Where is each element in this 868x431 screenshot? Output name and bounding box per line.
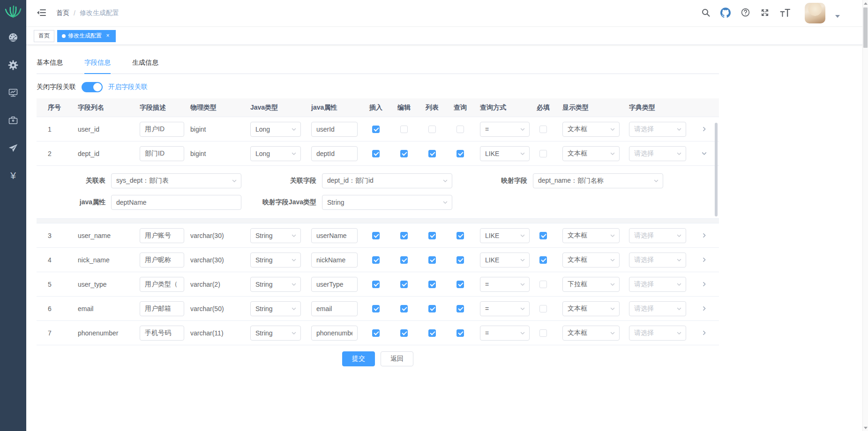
help-button[interactable] xyxy=(738,5,753,21)
sidebar-item-pay[interactable]: ¥ xyxy=(0,162,26,189)
sidebar-item-dashboard[interactable] xyxy=(0,23,26,51)
sidebar-item-monitor[interactable] xyxy=(0,79,26,106)
row-expand-chevron-icon[interactable] xyxy=(701,232,707,238)
html-type-select[interactable]: 文本框 xyxy=(562,146,620,161)
dict-type-select[interactable]: 请选择 xyxy=(629,277,686,292)
query-checkbox[interactable] xyxy=(456,329,464,337)
edit-checkbox[interactable] xyxy=(400,256,408,264)
insert-checkbox[interactable] xyxy=(372,126,380,133)
insert-checkbox[interactable] xyxy=(372,232,380,239)
row-expand-chevron-icon[interactable] xyxy=(701,126,707,132)
list-checkbox[interactable] xyxy=(428,232,436,239)
tag-active-page[interactable]: 修改生成配置 × xyxy=(57,30,116,42)
insert-checkbox[interactable] xyxy=(372,305,380,312)
mapping-java-type-select[interactable]: String xyxy=(322,195,452,210)
scrollbar-down-arrow-icon[interactable] xyxy=(863,424,868,431)
tab-generate-info[interactable]: 生成信息 xyxy=(132,53,158,74)
tab-basic-info[interactable]: 基本信息 xyxy=(37,53,63,74)
column-desc-input[interactable] xyxy=(140,253,184,268)
required-checkbox[interactable] xyxy=(539,305,547,312)
row-expand-chevron-icon[interactable] xyxy=(701,150,707,156)
html-type-select[interactable]: 文本框 xyxy=(562,253,620,268)
tag-close-icon[interactable]: × xyxy=(105,33,111,39)
query-type-select[interactable]: = xyxy=(480,277,530,292)
row-expand-chevron-icon[interactable] xyxy=(701,257,707,263)
page-scrollbar[interactable] xyxy=(862,0,868,431)
edit-checkbox[interactable] xyxy=(400,126,408,133)
caret-down-icon[interactable] xyxy=(835,15,840,18)
sidebar-item-guide[interactable] xyxy=(0,134,26,162)
query-checkbox[interactable] xyxy=(456,126,464,133)
html-type-select[interactable]: 文本框 xyxy=(562,122,620,137)
row-expand-chevron-icon[interactable] xyxy=(701,330,707,336)
java-field-input[interactable] xyxy=(311,301,358,316)
edit-checkbox[interactable] xyxy=(400,329,408,337)
column-desc-input[interactable] xyxy=(140,146,184,161)
html-type-select[interactable]: 文本框 xyxy=(562,228,620,243)
user-avatar[interactable] xyxy=(805,3,825,23)
required-checkbox[interactable] xyxy=(539,150,547,157)
row-expand-chevron-icon[interactable] xyxy=(701,281,707,287)
association-toggle[interactable] xyxy=(82,82,103,92)
query-type-select[interactable]: = xyxy=(480,326,530,341)
html-type-select[interactable]: 下拉框 xyxy=(562,277,620,292)
column-desc-input[interactable] xyxy=(140,301,184,316)
back-button[interactable]: 返回 xyxy=(381,351,413,366)
table-scrollbar-thumb[interactable] xyxy=(715,123,718,216)
java-type-select[interactable]: String xyxy=(250,277,301,292)
query-checkbox[interactable] xyxy=(456,281,464,288)
list-checkbox[interactable] xyxy=(428,256,436,264)
tab-field-info[interactable]: 字段信息 xyxy=(84,53,111,74)
java-field-input[interactable] xyxy=(311,326,358,341)
dict-type-select[interactable]: 请选择 xyxy=(629,146,686,161)
sidebar-toggle-button[interactable] xyxy=(34,6,49,21)
java-type-select[interactable]: String xyxy=(250,301,301,316)
java-field-input[interactable] xyxy=(311,253,358,268)
java-field-input[interactable] xyxy=(311,277,358,292)
mapping-field-select[interactable]: dept_name：部门名称 xyxy=(533,173,663,188)
required-checkbox[interactable] xyxy=(539,329,547,337)
query-type-select[interactable]: LIKE xyxy=(480,146,530,161)
search-button[interactable] xyxy=(699,6,713,21)
mapping-java-field-input[interactable] xyxy=(111,195,241,210)
column-desc-input[interactable] xyxy=(140,228,184,243)
github-link[interactable] xyxy=(718,5,733,22)
html-type-select[interactable]: 文本框 xyxy=(562,301,620,316)
required-checkbox[interactable] xyxy=(539,232,547,239)
edit-checkbox[interactable] xyxy=(400,150,408,157)
query-checkbox[interactable] xyxy=(456,305,464,312)
fullscreen-button[interactable] xyxy=(758,6,772,21)
dict-type-select[interactable]: 请选择 xyxy=(629,326,686,341)
required-checkbox[interactable] xyxy=(539,281,547,288)
tag-home[interactable]: 首页 xyxy=(34,30,54,42)
column-desc-input[interactable] xyxy=(140,326,184,341)
java-type-select[interactable]: String xyxy=(250,253,301,268)
row-expand-chevron-icon[interactable] xyxy=(701,305,707,312)
list-checkbox[interactable] xyxy=(428,150,436,157)
column-desc-input[interactable] xyxy=(140,277,184,292)
insert-checkbox[interactable] xyxy=(372,281,380,288)
required-checkbox[interactable] xyxy=(539,126,547,133)
dict-type-select[interactable]: 请选择 xyxy=(629,301,686,316)
query-type-select[interactable]: LIKE xyxy=(480,253,530,268)
submit-button[interactable]: 提交 xyxy=(342,351,375,366)
query-type-select[interactable]: LIKE xyxy=(480,228,530,243)
required-checkbox[interactable] xyxy=(539,256,547,264)
sidebar-item-tool[interactable] xyxy=(0,106,26,134)
java-type-select[interactable]: String xyxy=(250,326,301,341)
assoc-field-select[interactable]: dept_id：部门id xyxy=(322,173,452,188)
edit-checkbox[interactable] xyxy=(400,281,408,288)
column-desc-input[interactable] xyxy=(140,122,184,137)
java-type-select[interactable]: Long xyxy=(250,146,301,161)
insert-checkbox[interactable] xyxy=(372,256,380,264)
breadcrumb-home[interactable]: 首页 xyxy=(56,9,69,17)
query-checkbox[interactable] xyxy=(456,232,464,239)
java-type-select[interactable]: String xyxy=(250,228,301,243)
edit-checkbox[interactable] xyxy=(400,305,408,312)
dict-type-select[interactable]: 请选择 xyxy=(629,253,686,268)
dict-type-select[interactable]: 请选择 xyxy=(629,228,686,243)
list-checkbox[interactable] xyxy=(428,126,436,133)
html-type-select[interactable]: 文本框 xyxy=(562,326,620,341)
java-field-input[interactable] xyxy=(311,228,358,243)
list-checkbox[interactable] xyxy=(428,281,436,288)
